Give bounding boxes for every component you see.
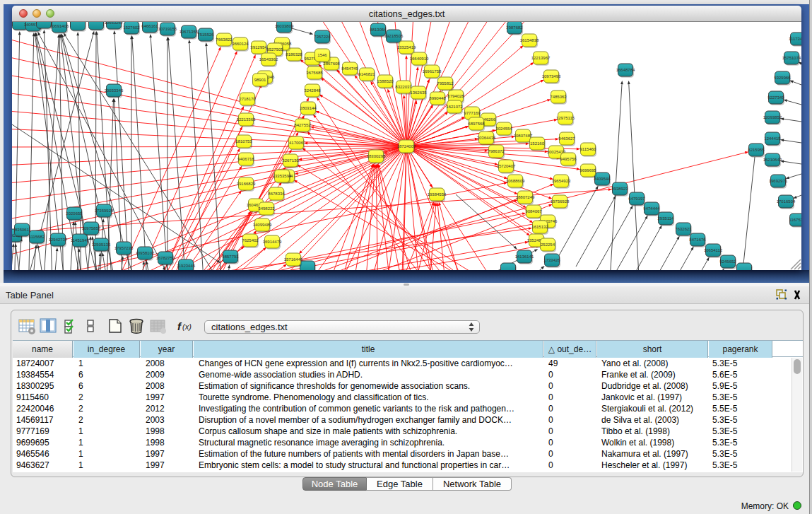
svg-text:3498222: 3498222: [258, 206, 275, 211]
svg-text:(x): (x): [182, 322, 192, 331]
svg-text:13325419: 13325419: [397, 45, 416, 49]
svg-text:2020655: 2020655: [66, 211, 83, 216]
svg-text:9329966: 9329966: [774, 76, 791, 80]
svg-text:9146821: 9146821: [358, 72, 375, 76]
svg-text:2803144: 2803144: [300, 106, 317, 110]
svg-text:7663822: 7663822: [216, 37, 233, 42]
svg-text:3242848: 3242848: [304, 88, 321, 93]
svg-text:19654923: 19654923: [552, 179, 571, 183]
svg-text:12942737: 12942737: [49, 238, 68, 242]
svg-text:19756928: 19756928: [551, 199, 570, 204]
svg-text:9245652: 9245652: [719, 259, 736, 264]
svg-text:17957235: 17957235: [114, 246, 134, 250]
svg-text:10671355: 10671355: [180, 30, 199, 34]
svg-text:9463627: 9463627: [558, 136, 575, 141]
svg-text:8454749: 8454749: [341, 66, 358, 71]
svg-text:8813054: 8813054: [370, 28, 387, 32]
svg-text:16543362: 16543362: [259, 57, 278, 62]
svg-text:6897568: 6897568: [468, 122, 485, 126]
svg-text:7625402: 7625402: [242, 238, 259, 243]
svg-text:11923446: 11923446: [177, 264, 196, 268]
svg-text:8678334: 8678334: [268, 192, 285, 196]
svg-text:7357224: 7357224: [314, 35, 331, 39]
svg-text:8471676: 8471676: [689, 238, 706, 242]
svg-text:7515526: 7515526: [197, 33, 214, 37]
svg-text:20691406: 20691406: [50, 24, 69, 28]
svg-text:9406718: 9406718: [237, 157, 254, 161]
svg-text:3024554: 3024554: [495, 127, 512, 131]
svg-text:7986372: 7986372: [488, 149, 505, 153]
svg-text:835061: 835061: [15, 228, 30, 232]
svg-text:10653267: 10653267: [105, 22, 124, 25]
svg-text:10973493: 10973493: [542, 74, 561, 78]
svg-text:8322037: 8322037: [395, 85, 412, 89]
svg-text:1733426: 1733426: [543, 258, 560, 262]
svg-text:15751074: 15751074: [782, 56, 801, 60]
svg-text:17016504: 17016504: [777, 199, 796, 204]
svg-text:13353594: 13353594: [273, 174, 292, 178]
svg-text:10807487: 10807487: [514, 134, 533, 138]
svg-text:f: f: [177, 320, 182, 332]
svg-text:19166829: 19166829: [237, 182, 256, 186]
svg-text:3912954: 3912954: [250, 45, 267, 49]
svg-text:18807249: 18807249: [516, 195, 535, 199]
svg-text:6479197: 6479197: [628, 197, 645, 201]
svg-text:10975857: 10975857: [82, 226, 101, 230]
svg-text:18724007: 18724007: [397, 144, 416, 148]
svg-text:6466161: 6466161: [141, 24, 158, 28]
svg-text:16640910: 16640910: [410, 57, 429, 61]
svg-text:9474444: 9474444: [643, 206, 660, 211]
svg-text:11451947: 11451947: [71, 238, 90, 243]
svg-text:152160: 152160: [530, 141, 545, 146]
svg-text:17359928: 17359928: [95, 209, 114, 213]
svg-text:8186328: 8186328: [286, 52, 302, 57]
svg-text:3660124: 3660124: [232, 42, 249, 46]
svg-text:1244415: 1244415: [764, 136, 781, 141]
svg-text:9495756: 9495756: [560, 157, 577, 161]
svg-text:19692971: 19692971: [769, 179, 788, 183]
svg-text:16782759: 16782759: [156, 256, 175, 260]
svg-text:1362635: 1362635: [410, 90, 427, 95]
svg-text:12213967: 12213967: [531, 56, 551, 60]
svg-text:16033809: 16033809: [275, 24, 294, 28]
svg-text:19218506: 19218506: [384, 34, 404, 38]
svg-text:2935114: 2935114: [658, 216, 675, 221]
svg-text:12975115: 12975115: [556, 116, 575, 120]
svg-text:1615132: 1615132: [531, 225, 548, 229]
svg-text:18300295: 18300295: [367, 154, 386, 158]
svg-text:16914479: 16914479: [263, 240, 282, 244]
svg-text:8938923: 8938923: [611, 187, 628, 191]
svg-text:8427552: 8427552: [294, 123, 311, 127]
svg-text:1588520: 1588520: [377, 79, 394, 83]
svg-text:12213363: 12213363: [237, 117, 256, 122]
svg-text:14136141: 14136141: [515, 255, 534, 259]
svg-text:1527602: 1527602: [123, 25, 140, 30]
svg-text:12505135: 12505135: [92, 243, 111, 247]
svg-text:2718170: 2718170: [239, 97, 256, 101]
svg-text:11173457: 11173457: [789, 37, 801, 41]
svg-text:16961758: 16961758: [423, 69, 442, 74]
svg-text:9527505: 9527505: [266, 47, 283, 52]
svg-text:16210643: 16210643: [763, 158, 782, 162]
svg-text:20053346: 20053346: [105, 88, 124, 93]
svg-text:1621072: 1621072: [446, 105, 463, 109]
svg-text:16648784: 16648784: [616, 68, 635, 72]
svg-text:16154838: 16154838: [520, 38, 539, 42]
svg-text:1167533: 1167533: [789, 218, 801, 222]
svg-text:10688609: 10688609: [506, 179, 525, 183]
svg-text:9699695: 9699695: [579, 168, 596, 173]
svg-text:9857791: 9857791: [222, 255, 239, 259]
svg-text:15716446: 15716446: [284, 257, 303, 262]
svg-text:1115682: 1115682: [29, 235, 45, 239]
svg-text:12093852: 12093852: [763, 115, 782, 119]
svg-text:19384554: 19384554: [428, 192, 447, 197]
svg-text:7632621: 7632621: [675, 227, 692, 231]
svg-text:8409544: 8409544: [594, 177, 611, 181]
svg-text:3267130: 3267130: [282, 158, 299, 163]
svg-text:9115460: 9115460: [580, 147, 597, 151]
svg-text:7955812: 7955812: [437, 81, 454, 86]
svg-text:252254: 252254: [541, 243, 555, 247]
svg-text:8215955: 8215955: [748, 148, 765, 152]
svg-text:9084067: 9084067: [525, 209, 542, 214]
svg-text:20364436: 20364436: [477, 136, 496, 140]
